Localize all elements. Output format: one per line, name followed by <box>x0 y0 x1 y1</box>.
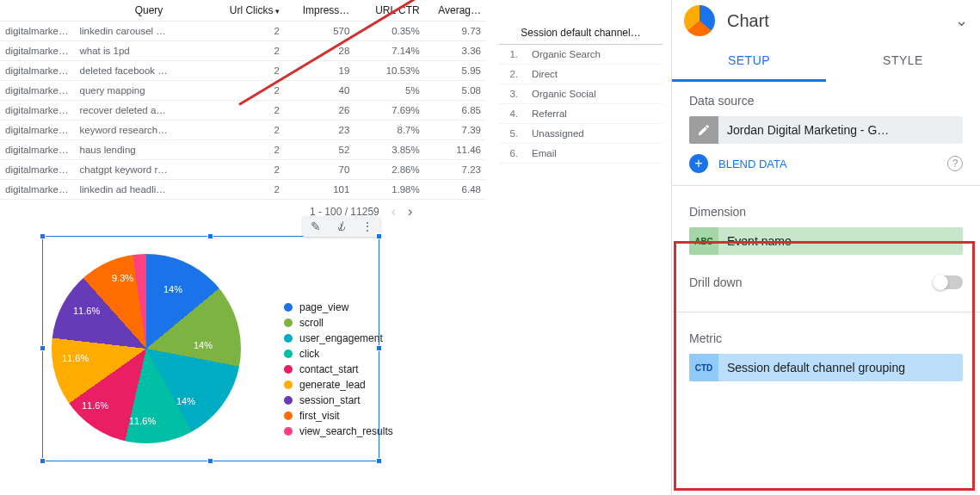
plus-icon[interactable]: + <box>689 154 708 173</box>
legend-item[interactable]: page_view <box>284 301 393 313</box>
slice-label: 11.6% <box>82 400 108 411</box>
table-row[interactable]: 6.Email <box>499 144 663 164</box>
dimension-label: Dimension <box>689 205 963 219</box>
slice-label: 9.3% <box>112 273 133 283</box>
legend: page_viewscrolluser_engagementclickconta… <box>284 301 393 437</box>
panel-title: Chart <box>727 11 943 31</box>
data-source-label: Data source <box>689 94 963 108</box>
help-icon[interactable]: ? <box>947 156 963 171</box>
legend-swatch <box>284 427 293 436</box>
resize-handle[interactable] <box>376 233 382 239</box>
legend-swatch <box>284 396 293 405</box>
chart-toolbar: ✎ ⫝̸ ⋮ <box>303 216 380 237</box>
properties-panel: Chart ⌄ SETUP STYLE Data source Jordan D… <box>671 0 980 495</box>
slice-label: 11.6% <box>73 306 100 316</box>
legend-swatch <box>284 303 293 312</box>
chart-type-selector[interactable]: Chart ⌄ <box>672 0 980 41</box>
resize-handle[interactable] <box>40 458 46 464</box>
legend-swatch <box>284 411 293 420</box>
prev-page-icon[interactable]: ‹ <box>391 204 396 220</box>
legend-item[interactable]: first_visit <box>284 410 393 422</box>
more-icon[interactable]: ⋮ <box>354 220 380 233</box>
legend-swatch <box>284 334 293 343</box>
table-row[interactable]: digitalmarketing…what is 1pd2287.14%3.36 <box>0 41 486 61</box>
table-row[interactable]: digitalmarketing…linkedin ad headli…2101… <box>0 180 486 200</box>
pencil-icon <box>689 116 718 144</box>
table-row[interactable]: digitalmarketing…keyword research…2238.7… <box>0 121 486 140</box>
col-clicks[interactable]: Url Clicks <box>224 0 285 22</box>
report-canvas[interactable]: Query Url Clicks Impress… URL CTR Averag… <box>0 0 671 495</box>
panel-tabs: SETUP STYLE <box>672 41 980 82</box>
legend-item[interactable]: generate_lead <box>284 379 393 391</box>
data-source-chip[interactable]: Jordan Digital Marketing - G… <box>689 116 963 144</box>
resize-handle[interactable] <box>40 345 46 351</box>
resize-handle[interactable] <box>207 458 213 464</box>
table-row[interactable]: 4.Referral <box>499 104 663 124</box>
tab-setup[interactable]: SETUP <box>672 41 826 82</box>
table-row[interactable]: digitalmarketing…chatgpt keyword r…2702.… <box>0 160 486 180</box>
table-row[interactable]: 5.Unassigned <box>499 124 663 144</box>
slice-label: 14% <box>176 396 195 406</box>
col-avg[interactable]: Averag… <box>425 0 486 22</box>
legend-swatch <box>284 381 293 389</box>
pie-chart-icon <box>684 5 715 36</box>
legend-item[interactable]: user_engagement <box>284 332 393 344</box>
edit-icon[interactable]: ✎ <box>303 220 329 233</box>
legend-item[interactable]: click <box>284 348 393 360</box>
pie-chart-selected[interactable]: ✎ ⫝̸ ⋮ 14% 14% 14% 11.6% 11.6% 11.6% 11.… <box>43 237 379 461</box>
col-query[interactable]: Query <box>75 0 224 22</box>
resize-handle[interactable] <box>376 458 382 464</box>
table-row[interactable]: 3.Organic Social <box>499 84 663 104</box>
col-page[interactable] <box>0 0 75 22</box>
pie-chart[interactable]: 14% 14% 14% 11.6% 11.6% 11.6% 11.6% 9.3% <box>52 254 241 443</box>
legend-item[interactable]: session_start <box>284 394 393 406</box>
col-impress[interactable]: Impress… <box>285 0 354 22</box>
legend-item[interactable]: contact_start <box>284 363 393 375</box>
channel-header[interactable]: Session default channel… <box>499 22 663 45</box>
tab-style[interactable]: STYLE <box>826 41 980 82</box>
table-row[interactable]: digitalmarketing…deleted facebook …21910… <box>0 61 486 81</box>
legend-item[interactable]: scroll <box>284 317 393 329</box>
col-ctr[interactable]: URL CTR <box>354 0 424 22</box>
table-row[interactable]: digitalmarketing…haus lending2523.85%11.… <box>0 140 486 160</box>
slice-label: 11.6% <box>62 353 89 363</box>
chevron-down-icon: ⌄ <box>955 11 968 30</box>
table-row[interactable]: digitalmarketing…query mapping2405%5.08 <box>0 81 486 101</box>
legend-swatch <box>284 319 293 327</box>
table-row[interactable]: 1.Organic Search <box>499 45 663 65</box>
channel-table[interactable]: Session default channel… 1.Organic Searc… <box>499 22 663 164</box>
next-page-icon[interactable]: › <box>408 204 412 220</box>
blend-data-button[interactable]: BLEND DATA <box>718 158 937 170</box>
resize-handle[interactable] <box>40 233 46 239</box>
slice-label: 14% <box>163 284 182 294</box>
slice-label: 14% <box>194 340 213 350</box>
legend-swatch <box>284 350 293 358</box>
legend-item[interactable]: view_search_results <box>284 425 393 437</box>
slice-label: 11.6% <box>129 416 156 426</box>
annotation-box <box>674 241 975 491</box>
table-row[interactable]: 2.Direct <box>499 65 663 84</box>
filter-icon[interactable]: ⫝̸ <box>329 220 354 233</box>
resize-handle[interactable] <box>207 233 213 239</box>
table-row[interactable]: digitalmarketing…linkedin carousel …2570… <box>0 22 486 41</box>
legend-swatch <box>284 365 293 374</box>
